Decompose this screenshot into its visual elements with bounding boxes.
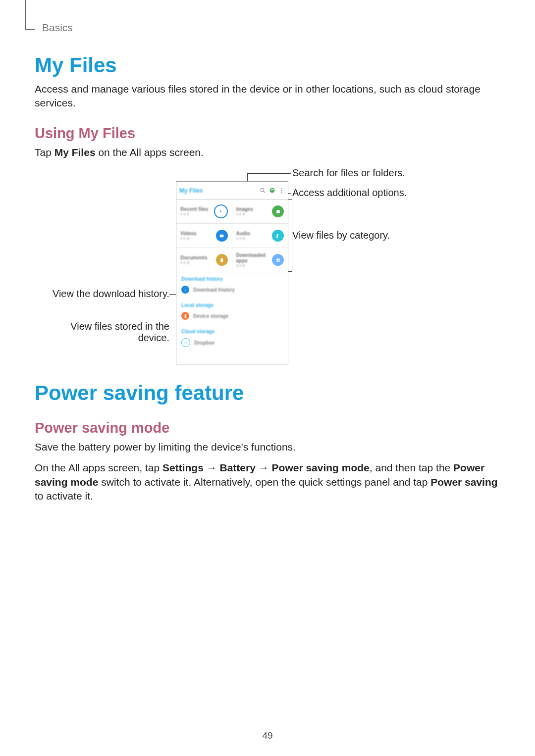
my-files-figure: Search for files or folders. Access addi…	[35, 166, 500, 369]
page-number: 49	[0, 730, 535, 741]
download-icon: ↓	[181, 286, 189, 294]
svg-rect-11	[278, 260, 280, 262]
section-local-storage: Local storage ▮Device storage	[176, 299, 288, 325]
svg-rect-8	[276, 258, 278, 260]
row-device-storage[interactable]: ▮Device storage	[176, 310, 288, 325]
callout-category: View files by category.	[292, 230, 390, 241]
manual-page: Basics My Files Access and manage variou…	[0, 0, 535, 756]
row-dropbox[interactable]: ◇Dropbox	[176, 336, 288, 352]
apps-icon	[272, 254, 284, 266]
svg-point-0	[261, 188, 264, 192]
section-download-history: Download history ↓Download history	[176, 272, 288, 299]
more-icon[interactable]	[278, 187, 285, 194]
category-grid: Recent files0.0 B Images0.0 B Videos0.0 …	[176, 200, 288, 272]
leader-line	[247, 173, 291, 174]
image-icon	[272, 205, 284, 217]
psm-steps: On the All apps screen, tap Settings → B…	[35, 461, 500, 503]
video-icon	[216, 230, 228, 242]
svg-line-1	[264, 191, 265, 193]
callout-download-history: View the download history.	[41, 288, 169, 300]
clock-icon	[214, 204, 228, 218]
callout-options: Access additional options.	[292, 187, 407, 199]
device-icon: ▮	[181, 312, 189, 320]
row-download-history[interactable]: ↓Download history	[176, 284, 288, 299]
svg-point-3	[281, 188, 282, 189]
section-cloud-storage: Cloud storage ◇Dropbox	[176, 325, 288, 352]
svg-point-2	[270, 188, 275, 193]
tile-documents[interactable]: Documents0.0 B	[176, 248, 232, 272]
tile-videos[interactable]: Videos0.0 B	[176, 224, 232, 248]
tap-instruction: Tap My Files on the All apps screen.	[35, 146, 500, 159]
storage-icon[interactable]	[269, 187, 275, 194]
my-files-desc: Access and manage various files stored i…	[35, 82, 500, 110]
app-title: My Files	[179, 187, 257, 194]
dropbox-icon: ◇	[181, 338, 190, 347]
heading-power-saving: Power saving feature	[35, 381, 500, 405]
page-corner-mark	[25, 0, 26, 30]
phone-screenshot: My Files Recent files0.0 B Images0.0 B V…	[176, 181, 288, 364]
svg-point-5	[281, 192, 282, 193]
svg-rect-9	[278, 258, 280, 260]
callout-search: Search for files or folders.	[292, 167, 405, 179]
svg-rect-10	[276, 260, 278, 262]
svg-rect-7	[220, 234, 224, 237]
bracket-category	[288, 199, 292, 272]
tile-recent[interactable]: Recent files0.0 B	[176, 200, 232, 224]
tile-audio[interactable]: Audio0.0 B	[232, 224, 288, 248]
heading-power-saving-mode: Power saving mode	[35, 420, 500, 436]
document-icon	[216, 254, 228, 266]
search-icon[interactable]	[260, 187, 266, 194]
callout-device-storage: View files stored in the device.	[41, 321, 169, 344]
heading-using-my-files: Using My Files	[35, 125, 500, 142]
tile-downloaded-apps[interactable]: Downloaded apps0.0 B	[232, 248, 288, 272]
svg-rect-6	[276, 210, 280, 213]
psm-desc: Save the battery power by limiting the d…	[35, 440, 500, 454]
svg-point-4	[281, 190, 282, 191]
tile-images[interactable]: Images0.0 B	[232, 200, 288, 224]
heading-my-files: My Files	[35, 53, 500, 77]
audio-icon	[272, 230, 284, 242]
breadcrumb: Basics	[42, 22, 500, 34]
